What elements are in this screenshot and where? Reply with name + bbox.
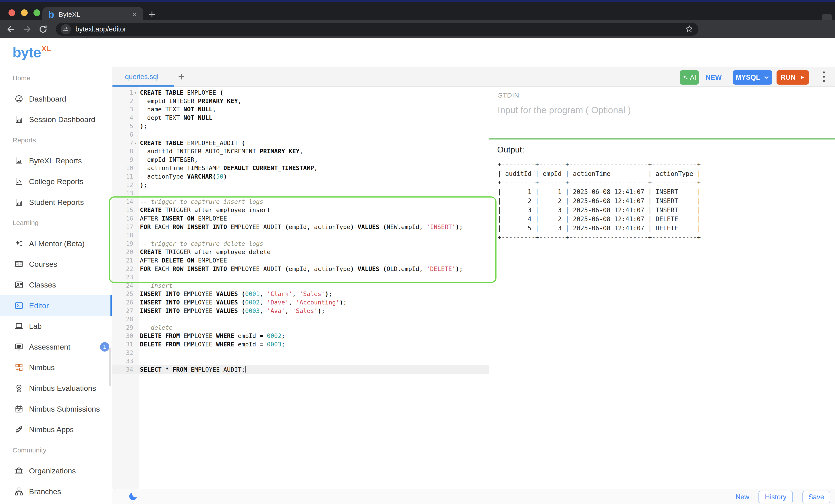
code-line-5: 5); — [112, 122, 489, 130]
file-tab-queries-sql[interactable]: queries.sql — [112, 67, 174, 87]
new-file-button[interactable]: NEW — [706, 74, 721, 82]
new-button[interactable]: New — [735, 491, 750, 503]
app-header: byteXL Karthik Divi — [0, 38, 835, 67]
code-line-9: 9 empId INTEGER, — [112, 156, 489, 164]
sidebar-item-branches[interactable]: Branches — [0, 481, 112, 502]
code-editor[interactable]: 1▾CREATE TABLE EMPLOYEE (2 empId INTEGER… — [112, 87, 489, 489]
sidebar-section-home: Home — [13, 74, 30, 82]
favicon: b — [48, 9, 54, 19]
stdin-label: STDIN — [498, 92, 519, 99]
output-label: Output: — [497, 145, 524, 155]
code-line-20: 20CREATE TRIGGER after_employee_delete — [112, 248, 489, 256]
maximize-window-button[interactable] — [34, 9, 40, 16]
play-icon — [799, 75, 805, 80]
sidebar-item-nimbus-evaluations[interactable]: Nimbus Evaluations — [0, 378, 112, 399]
code-line-13: 13 — [112, 189, 489, 198]
reload-icon[interactable] — [38, 24, 48, 34]
output-text: +---------+-------+---------------------… — [497, 160, 701, 242]
fold-arrow-icon[interactable]: ▾ — [134, 139, 137, 147]
code-line-32: 32 — [112, 349, 489, 357]
sidebar-item-nimbus[interactable]: Nimbus — [0, 357, 112, 378]
medal-icon — [14, 383, 24, 393]
code-line-16: 16AFTER INSERT ON EMPLOYEE — [112, 214, 489, 223]
desktop-edge — [0, 0, 835, 2]
chart-bar-icon — [14, 198, 24, 207]
url-bar[interactable]: bytexl.app/editor — [56, 23, 698, 36]
bookmark-star-icon[interactable] — [685, 24, 694, 34]
fold-arrow-icon[interactable]: ▾ — [134, 88, 137, 97]
browser-toolbar: bytexl.app/editor k Work — [0, 20, 835, 38]
sidebar-item-label: Session Dashboard — [29, 115, 95, 124]
chart-bar-icon — [14, 115, 24, 124]
minimize-window-button[interactable] — [21, 9, 28, 16]
sidebar-item-label: Branches — [29, 487, 61, 496]
sidebar: HomeDashboardSession DashboardReportsByt… — [0, 67, 112, 504]
language-select[interactable]: MYSQL — [733, 70, 772, 85]
site-info-icon[interactable] — [61, 24, 71, 34]
sidebar-item-organizations[interactable]: Organizations — [0, 461, 112, 481]
bytexl-logo: byteXL — [13, 44, 50, 61]
sidebar-item-label: College Reports — [29, 177, 83, 186]
sidebar-item-label: Courses — [29, 260, 57, 268]
sidebar-item-assessment[interactable]: Assessment1 — [0, 336, 112, 357]
sidebar-item-courses[interactable]: Courses — [0, 254, 112, 275]
sidebar-section-reports: Reports — [13, 136, 36, 144]
file-tab-label: queries.sql — [125, 73, 159, 81]
code-line-1: 1▾CREATE TABLE EMPLOYEE ( — [112, 88, 489, 97]
ai-button[interactable]: AI — [680, 70, 699, 85]
assessment-icon — [14, 342, 24, 351]
code-line-14: 14-- trigger to captrure insert logs — [112, 198, 489, 206]
panel-divider[interactable] — [489, 138, 835, 140]
stdin-input[interactable] — [497, 104, 811, 139]
code-line-6: 6 — [112, 130, 489, 139]
code-line-7: 7▾CREATE TABLE EMPLOYEE_AUDIT ( — [112, 139, 489, 147]
window-controls[interactable] — [8, 9, 40, 16]
close-window-button[interactable] — [8, 9, 15, 16]
sidebar-item-nimbus-apps[interactable]: Nimbus Apps — [0, 419, 112, 440]
run-button-label: RUN — [780, 74, 795, 81]
sidebar-item-lab[interactable]: Lab — [0, 316, 112, 337]
classes-icon — [14, 280, 24, 289]
sidebar-item-session-dashboard[interactable]: Session Dashboard — [0, 109, 112, 130]
code-line-10: 10 actionTime TIMESTAMP DEFAULT CURRENT_… — [112, 164, 489, 172]
sidebar-item-label: Dashboard — [29, 95, 66, 103]
sidebar-scrollbar[interactable] — [109, 348, 111, 386]
browser-tabstrip: b ByteXL ✕ + — [0, 2, 835, 20]
bottom-bar: New History Save — [112, 489, 835, 504]
sparkles-icon — [14, 239, 24, 248]
editor-menu-icon[interactable] — [823, 72, 825, 82]
sidebar-item-label: Nimbus — [29, 363, 55, 372]
browser-tab[interactable]: b ByteXL ✕ — [42, 7, 143, 22]
dashboard-icon — [14, 94, 24, 104]
code-line-33: 33 — [112, 357, 489, 365]
sidebar-item-nimbus-submissions[interactable]: Nimbus Submissions — [0, 399, 112, 419]
assessment-badge: 1 — [100, 342, 109, 351]
sidebar-item-ai-mentor-beta[interactable]: AI Mentor (Beta) — [0, 233, 112, 254]
forward-icon[interactable] — [22, 24, 32, 34]
code-line-22: 22FOR EACH ROW INSERT INTO EMPLOYEE_AUDI… — [112, 265, 489, 273]
code-line-3: 3 name TEXT NOT NULL, — [112, 105, 489, 114]
dark-mode-toggle-icon[interactable] — [128, 491, 138, 501]
browser-tab-title: ByteXL — [59, 11, 80, 18]
sidebar-item-student-reports[interactable]: Student Reports — [0, 192, 112, 213]
sidebar-item-label: Organizations — [29, 466, 76, 475]
save-button[interactable]: Save — [802, 491, 830, 503]
new-tab-button[interactable]: + — [149, 8, 155, 20]
back-icon[interactable] — [6, 24, 16, 34]
code-line-11: 11 actionType VARCHAR(50) — [112, 172, 489, 181]
sidebar-item-editor[interactable]: Editor — [0, 295, 112, 316]
sidebar-item-dashboard[interactable]: Dashboard — [0, 88, 112, 109]
sidebar-item-classes[interactable]: Classes — [0, 275, 112, 295]
sidebar-item-label: Assessment — [29, 342, 70, 351]
code-line-30: 30DELETE FROM EMPLOYEE WHERE empId = 000… — [112, 332, 489, 340]
sidebar-item-college-reports[interactable]: College Reports — [0, 171, 112, 192]
add-file-tab-button[interactable]: + — [178, 70, 185, 83]
run-button[interactable]: RUN — [776, 70, 809, 85]
sidebar-section-community: Community — [13, 446, 46, 454]
close-tab-icon[interactable]: ✕ — [132, 11, 138, 19]
sidebar-item-bytexl-reports[interactable]: ByteXL Reports — [0, 150, 112, 171]
sidebar-item-label: Nimbus Evaluations — [29, 384, 96, 392]
history-button[interactable]: History — [758, 491, 793, 503]
sidebar-item-label: Lab — [29, 322, 42, 330]
terminal-icon — [14, 301, 24, 310]
